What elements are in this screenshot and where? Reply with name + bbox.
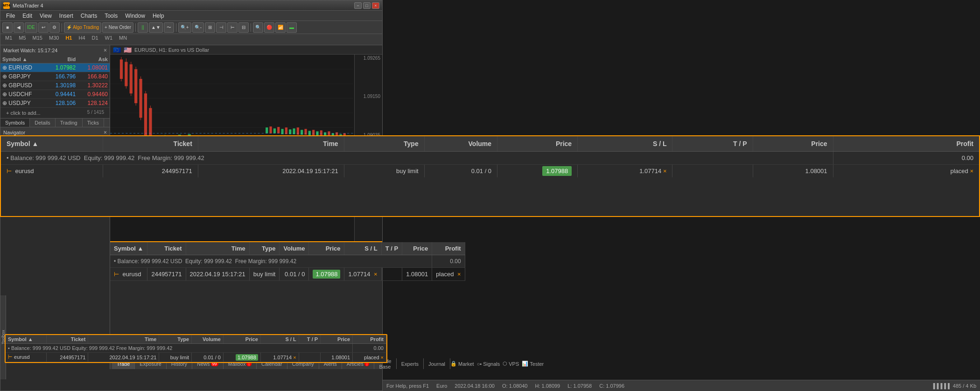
price-level-1: 1.09265	[355, 56, 382, 61]
large-order-icon: ⊢	[7, 168, 12, 175]
navigator-close[interactable]: ×	[104, 129, 107, 136]
tf-m15[interactable]: M15	[30, 35, 45, 44]
large-col-ticket: Ticket	[103, 136, 198, 152]
order-icon: ⊢	[114, 271, 119, 278]
menu-edit[interactable]: Edit	[19, 12, 36, 20]
large-order-symbol: ⊢ eurusd	[1, 165, 103, 178]
zoom-in-btn[interactable]: 🔍+	[178, 22, 191, 33]
order-tp	[381, 268, 402, 281]
minimize-button[interactable]: −	[354, 2, 362, 9]
zoom-btn1[interactable]: ▲▼	[149, 22, 163, 33]
sl-clear-btn[interactable]: ×	[374, 271, 378, 278]
alerts-btn[interactable]: 🔴	[264, 22, 274, 33]
new-order-btn[interactable]: + New Order	[102, 22, 133, 33]
tester-link[interactable]: 📊 Tester	[522, 361, 544, 367]
mini-orders-table: Symbol ▲ Ticket Time Type Volume Price S…	[6, 335, 386, 362]
new-chart-btn[interactable]: ■	[2, 22, 13, 33]
market-link[interactable]: 🔒 Market	[450, 361, 474, 367]
toolbar: ■ ◀ IDE ↩ ⚙ ⚡ Algo Trading + New Order |…	[0, 21, 382, 34]
tab-ticks[interactable]: Ticks	[83, 119, 104, 127]
ide-btn[interactable]: IDE	[25, 22, 37, 33]
algo-trading-btn[interactable]: ⚡ Algo Trading	[64, 22, 101, 33]
compile-btn[interactable]: ⚙	[49, 22, 60, 33]
menu-insert[interactable]: Insert	[56, 12, 77, 20]
tf-m30[interactable]: M30	[46, 35, 62, 44]
zoom-out-btn[interactable]: 🔍-	[192, 22, 204, 33]
chart-flag-eu: 🇪🇺	[113, 46, 121, 54]
high-text: H: 1.08099	[535, 383, 560, 389]
tf-w1[interactable]: W1	[102, 35, 116, 44]
tab-trading[interactable]: Trading	[56, 119, 83, 127]
signals-btn[interactable]: 📶	[275, 22, 286, 33]
scroll-right-btn[interactable]: ⊢	[227, 22, 238, 33]
back-btn[interactable]: ◀	[14, 22, 24, 33]
add-symbol-label[interactable]: + click to add...	[3, 109, 43, 117]
table-row[interactable]: ⊕ USDJPY 128.106 128.124	[0, 99, 110, 108]
toolbar-sep-1	[62, 23, 62, 32]
tf-m1[interactable]: M1	[2, 35, 15, 44]
col-symbol: Symbol ▲	[110, 242, 147, 255]
vps-link[interactable]: ⬡ VPS	[503, 361, 519, 367]
order-ticket: 244957171	[147, 268, 186, 281]
scroll-left-btn[interactable]: ⊣	[216, 22, 226, 33]
tf-h4[interactable]: H4	[76, 35, 88, 44]
col-time: Time	[186, 242, 249, 255]
tab-symbols[interactable]: Symbols	[0, 119, 30, 127]
table-row[interactable]: ⊕ GBPUSD 1.30198 1.30222	[0, 81, 110, 90]
tab-journal[interactable]: Journal	[424, 358, 450, 369]
mini-col-symbol: Symbol ▲	[6, 335, 46, 344]
tf-d1[interactable]: D1	[89, 35, 101, 44]
refresh-btn[interactable]: ↩	[38, 22, 49, 33]
large-balance-row: • Balance: 999 999.42 USD Equity: 999 99…	[1, 152, 979, 165]
window-controls: − □ ×	[354, 2, 379, 9]
menu-file[interactable]: File	[2, 12, 19, 20]
tf-m5[interactable]: M5	[16, 35, 28, 44]
period-sep-btn[interactable]: ⊟	[238, 22, 249, 33]
tf-mn[interactable]: MN	[116, 35, 130, 44]
battery-btn[interactable]: ▬	[287, 22, 297, 33]
mini-order-row[interactable]: ⊢ eurusd 244957171 2022.04.19 15:17:21 b…	[6, 353, 386, 362]
grid-btn[interactable]: ⊞	[205, 22, 215, 33]
large-col-type: Type	[344, 136, 424, 152]
mini-order-close[interactable]: ×	[381, 355, 384, 360]
menu-view[interactable]: View	[36, 12, 56, 20]
large-sl-clear[interactable]: ×	[663, 168, 667, 175]
maximize-button[interactable]: □	[363, 2, 371, 9]
order-close-btn[interactable]: ×	[457, 271, 461, 278]
zoom-btn2[interactable]: 〜	[164, 22, 174, 33]
mw-col-symbol: Symbol ▲	[0, 56, 45, 63]
chart-type-btn[interactable]: ||	[138, 22, 148, 33]
signal-bars-icon: ▌▌▌▌▌	[933, 383, 952, 389]
large-order-close[interactable]: ×	[970, 168, 973, 175]
market-watch-close[interactable]: ×	[104, 47, 107, 54]
table-row[interactable]: ⊕ USDCHF 0.94441 0.94460	[0, 90, 110, 99]
tab-details[interactable]: Details	[30, 119, 56, 127]
tab-experts[interactable]: Experts	[397, 358, 424, 369]
menu-charts[interactable]: Charts	[77, 12, 101, 20]
vps-icon: ⬡	[503, 361, 507, 367]
mini-sl-x[interactable]: ×	[293, 355, 296, 360]
col-volume: Volume	[280, 242, 309, 255]
window-title: MetaTrader 4	[13, 3, 354, 8]
signals-bottom-label: Signals	[483, 361, 500, 367]
mini-order-profit: placed ×	[353, 353, 386, 362]
table-row[interactable]: ⊕ EURUSD 1.07982 1.08001	[0, 63, 110, 72]
market-label: Market	[458, 361, 474, 367]
col-sl: S / L	[344, 242, 381, 255]
close-button[interactable]: ×	[372, 2, 379, 9]
search-btn[interactable]: 🔍	[253, 22, 263, 33]
col-type: Type	[249, 242, 280, 255]
large-order-tp	[672, 165, 753, 178]
order-time: 2022.04.19 15:17:21	[186, 268, 249, 281]
menu-help[interactable]: Help	[149, 12, 168, 20]
svg-rect-35	[266, 127, 268, 133]
tf-h1[interactable]: H1	[63, 35, 75, 44]
order-row[interactable]: ⊢ eurusd 244957171 2022.04.19 15:17:21 b…	[110, 268, 465, 281]
menu-window[interactable]: Window	[121, 12, 149, 20]
menu-tools[interactable]: Tools	[101, 12, 121, 20]
table-row[interactable]: ⊕ GBPJPY 166.796 166.840	[0, 72, 110, 81]
mini-order-symbol: ⊢ eurusd	[6, 353, 46, 362]
large-col-price-c: Price	[753, 136, 833, 152]
large-order-row[interactable]: ⊢ eurusd 244957171 2022.04.19 15:17:21 b…	[1, 165, 979, 178]
signals-link[interactable]: ○• Signals	[477, 361, 500, 367]
